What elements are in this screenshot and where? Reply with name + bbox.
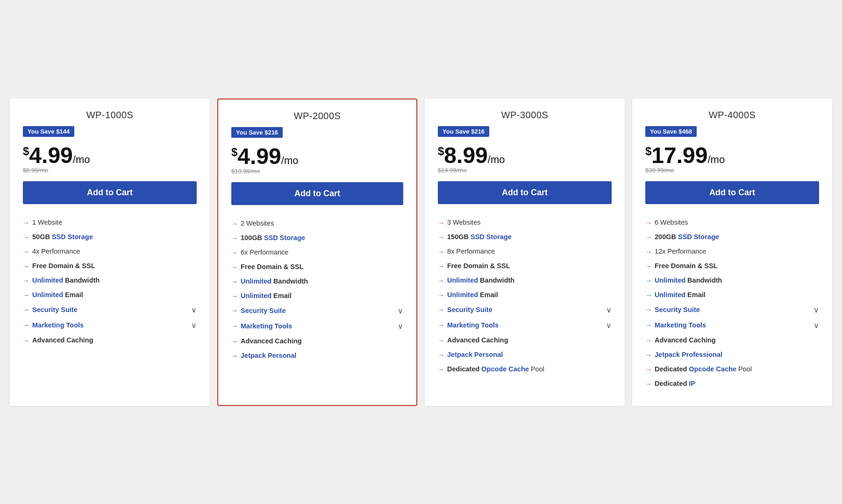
feature-text: Free Domain & SSL xyxy=(241,263,403,270)
feature-text: Jetpack Personal xyxy=(241,352,403,359)
feature-item: → Free Domain & SSL xyxy=(645,259,819,273)
arrow-icon: → xyxy=(645,234,652,241)
arrow-icon: → xyxy=(645,366,652,373)
add-to-cart-button[interactable]: Add to Cart xyxy=(438,181,612,204)
price-main: $4.99/mo xyxy=(231,145,403,168)
savings-badge: You Save $216 xyxy=(438,126,489,137)
feature-item: → Free Domain & SSL xyxy=(23,259,197,273)
feature-item: → Unlimited Bandwidth xyxy=(438,273,612,288)
feature-item[interactable]: → Security Suite∨ xyxy=(438,302,612,318)
plan-name: WP-4000S xyxy=(645,110,819,121)
features-list: → 3 Websites → 150GB SSD Storage → 8x P xyxy=(438,215,612,376)
feature-item: → Advanced Caching xyxy=(23,333,197,348)
expand-icon[interactable]: ∨ xyxy=(606,305,612,314)
feature-item: → Unlimited Bandwidth xyxy=(23,273,197,288)
arrow-icon: → xyxy=(231,292,238,300)
feature-text: Advanced Caching xyxy=(241,337,403,345)
feature-item: → 50GB SSD Storage xyxy=(23,230,197,244)
feature-text: Unlimited Email xyxy=(32,291,197,298)
feature-item[interactable]: → Marketing Tools∨ xyxy=(645,318,819,333)
feature-item[interactable]: → Security Suite∨ xyxy=(645,302,819,318)
feature-text: Unlimited Email xyxy=(447,291,612,298)
arrow-icon: → xyxy=(231,220,238,227)
arrow-icon: → xyxy=(645,219,652,227)
arrow-icon: → xyxy=(231,307,238,314)
feature-text: Unlimited Bandwidth xyxy=(32,277,197,284)
add-to-cart-button[interactable]: Add to Cart xyxy=(645,181,819,204)
pricing-grid: WP-1000S You Save $144 $4.99/mo $8.99/mo… xyxy=(10,99,832,406)
price-original: $8.99/mo xyxy=(23,167,197,174)
arrow-icon: → xyxy=(231,278,238,285)
feature-item: → Free Domain & SSL xyxy=(438,259,612,273)
feature-item: → 100GB SSD Storage xyxy=(231,231,403,245)
feature-item: → Unlimited Email xyxy=(645,288,819,302)
feature-item: → Unlimited Bandwidth xyxy=(231,274,403,289)
plan-card-wp-1000s: WP-1000S You Save $144 $4.99/mo $8.99/mo… xyxy=(10,99,210,406)
arrow-icon: → xyxy=(438,234,444,241)
feature-text: Security Suite∨ xyxy=(241,306,403,315)
arrow-icon: → xyxy=(23,321,29,329)
price-main: $4.99/mo xyxy=(23,144,197,167)
feature-item: → Free Domain & SSL xyxy=(231,260,403,274)
feature-item[interactable]: → Marketing Tools∨ xyxy=(438,318,612,333)
add-to-cart-button[interactable]: Add to Cart xyxy=(231,182,403,205)
feature-text: Marketing Tools∨ xyxy=(32,321,197,330)
feature-item: → Dedicated Opcode Cache Pool xyxy=(438,362,612,376)
feature-item: → 6 Websites xyxy=(645,215,819,230)
feature-item: → Advanced Caching xyxy=(645,333,819,348)
price-original: $10.99/mo xyxy=(231,168,403,175)
arrow-icon: → xyxy=(23,248,29,256)
arrow-icon: → xyxy=(438,219,444,227)
expand-icon[interactable]: ∨ xyxy=(606,321,612,330)
feature-text: Unlimited Bandwidth xyxy=(447,277,612,284)
arrow-icon: → xyxy=(645,321,652,329)
feature-text: 12x Performance xyxy=(655,248,819,255)
arrow-icon: → xyxy=(231,263,238,271)
feature-item: → 200GB SSD Storage xyxy=(645,230,819,244)
features-list: → 6 Websites → 200GB SSD Storage → 12x xyxy=(645,215,819,391)
feature-text: Marketing Tools∨ xyxy=(241,322,403,331)
expand-icon[interactable]: ∨ xyxy=(398,306,403,315)
feature-item: → Jetpack Professional xyxy=(645,348,819,362)
arrow-icon: → xyxy=(438,366,444,373)
arrow-icon: → xyxy=(231,249,238,256)
feature-text: 1 Website xyxy=(32,219,197,226)
arrow-icon: → xyxy=(231,352,238,360)
plan-card-wp-3000s: WP-3000S You Save $216 $8.99/mo $14.99/m… xyxy=(425,99,625,406)
feature-item: → 6x Performance xyxy=(231,245,403,260)
savings-badge: You Save $468 xyxy=(645,126,697,137)
arrow-icon: → xyxy=(645,277,652,284)
arrow-icon: → xyxy=(23,306,29,313)
feature-item[interactable]: → Security Suite∨ xyxy=(231,303,403,319)
feature-item[interactable]: → Security Suite∨ xyxy=(23,302,197,318)
expand-icon[interactable]: ∨ xyxy=(398,322,403,331)
feature-item: → 2 Websites xyxy=(231,216,403,231)
feature-text: Marketing Tools∨ xyxy=(655,321,819,330)
arrow-icon: → xyxy=(438,248,444,256)
arrow-icon: → xyxy=(23,234,29,241)
price-original: $30.99/mo xyxy=(645,167,819,174)
feature-text: Unlimited Bandwidth xyxy=(655,277,819,284)
feature-text: Dedicated Opcode Cache Pool xyxy=(447,365,612,373)
feature-item[interactable]: → Marketing Tools∨ xyxy=(23,318,197,333)
feature-text: Unlimited Bandwidth xyxy=(241,277,403,285)
feature-text: Free Domain & SSL xyxy=(447,262,612,270)
arrow-icon: → xyxy=(23,291,29,299)
expand-icon[interactable]: ∨ xyxy=(191,305,197,314)
feature-item: → Advanced Caching xyxy=(231,334,403,348)
arrow-icon: → xyxy=(231,338,238,345)
feature-text: Jetpack Personal xyxy=(447,351,612,358)
add-to-cart-button[interactable]: Add to Cart xyxy=(23,181,197,204)
plan-name: WP-2000S xyxy=(231,111,403,121)
feature-text: 50GB SSD Storage xyxy=(32,233,197,241)
expand-icon[interactable]: ∨ xyxy=(813,305,819,314)
expand-icon[interactable]: ∨ xyxy=(191,321,197,330)
arrow-icon: → xyxy=(438,321,444,329)
feature-item: → Dedicated IP xyxy=(645,376,819,391)
feature-item[interactable]: → Marketing Tools∨ xyxy=(231,319,403,334)
feature-item: → Advanced Caching xyxy=(438,333,612,348)
feature-text: Free Domain & SSL xyxy=(655,262,819,270)
arrow-icon: → xyxy=(23,337,29,344)
feature-text: 2 Websites xyxy=(241,220,403,227)
expand-icon[interactable]: ∨ xyxy=(813,321,819,330)
